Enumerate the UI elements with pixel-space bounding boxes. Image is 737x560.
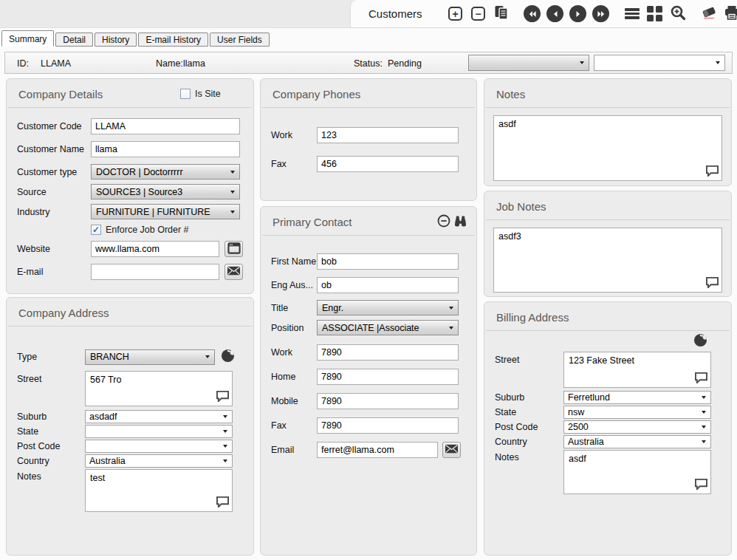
speech-bubble-icon[interactable] xyxy=(216,390,230,404)
open-website-button[interactable] xyxy=(224,241,243,257)
billing-notes-value: asdf xyxy=(569,454,586,464)
billing-suburb-combo[interactable]: Ferretlund xyxy=(563,391,711,404)
country-label: Country xyxy=(17,456,85,466)
add-record-button[interactable]: + xyxy=(447,4,465,24)
grid-view-button[interactable] xyxy=(646,4,664,24)
postcode-combo[interactable] xyxy=(85,440,233,453)
print-button[interactable] xyxy=(723,4,737,24)
map-globe-icon[interactable] xyxy=(693,333,707,349)
copy-icon xyxy=(493,4,510,23)
speech-bubble-icon[interactable] xyxy=(216,496,230,510)
contact-fax-input[interactable] xyxy=(317,417,459,434)
suburb-combo[interactable]: asdadf xyxy=(85,410,233,423)
is-site-checkbox[interactable] xyxy=(180,89,191,99)
panel-separator xyxy=(8,326,252,327)
panel-separator xyxy=(262,235,475,236)
email-input[interactable] xyxy=(91,264,219,280)
contact-work-input[interactable] xyxy=(317,344,459,361)
name-value: llama xyxy=(183,58,205,69)
send-contact-email-button[interactable] xyxy=(442,442,461,458)
last-record-icon xyxy=(592,5,609,22)
contact-mobile-label: Mobile xyxy=(271,396,317,406)
eng-aus-input[interactable] xyxy=(317,277,459,293)
remove-contact-button[interactable] xyxy=(437,214,450,230)
zoom-button[interactable] xyxy=(669,4,687,24)
industry-label: Industry xyxy=(17,207,91,217)
contact-title-dropdown[interactable]: Engr. xyxy=(317,300,459,315)
billing-state-value: nsw xyxy=(568,407,584,417)
speech-bubble-icon[interactable] xyxy=(694,372,708,386)
enforce-job-order-checkbox[interactable] xyxy=(91,225,101,235)
industry-dropdown[interactable]: FURNITURE | FURNITURE xyxy=(91,204,240,219)
email-label: E-mail xyxy=(17,267,91,277)
eng-aus-label: Eng Aus... xyxy=(271,280,317,290)
notes-value: asdf xyxy=(498,119,516,129)
billing-country-combo[interactable]: Australia xyxy=(563,435,711,448)
billing-postcode-value: 2500 xyxy=(568,422,589,432)
phone-work-label: Work xyxy=(271,130,317,140)
contact-title-label: Title xyxy=(271,303,317,313)
speech-bubble-icon[interactable] xyxy=(705,276,719,290)
billing-street-textarea[interactable]: 123 Fake Street xyxy=(563,352,711,388)
source-dropdown[interactable]: SOURCE3 | Source3 xyxy=(91,184,240,199)
contact-home-input[interactable] xyxy=(317,369,459,385)
contact-title-value: Engr. xyxy=(322,303,343,313)
billing-notes-label: Notes xyxy=(495,450,563,462)
postcode-label: Post Code xyxy=(17,441,85,451)
list-view-button[interactable] xyxy=(623,4,641,24)
first-name-input[interactable] xyxy=(317,253,459,270)
name-label: Name: xyxy=(156,58,183,69)
tab-detail[interactable]: Detail xyxy=(55,33,93,47)
notes-textarea[interactable]: asdf xyxy=(493,115,722,181)
industry-value: FURNITURE | FURNITURE xyxy=(96,207,210,217)
delete-record-button[interactable]: − xyxy=(470,4,487,24)
header-dropdown-1[interactable] xyxy=(468,55,589,71)
erase-button[interactable] xyxy=(700,4,718,24)
customer-name-input[interactable] xyxy=(91,141,240,157)
find-contact-button[interactable] xyxy=(453,215,467,229)
billing-postcode-combo[interactable]: 2500 xyxy=(563,420,711,434)
contact-home-label: Home xyxy=(271,372,317,382)
tab-email-history[interactable]: E-mail History xyxy=(138,33,208,47)
phone-work-input[interactable] xyxy=(317,127,459,143)
last-record-button[interactable] xyxy=(592,4,610,24)
street-value: 567 Tro xyxy=(90,375,121,385)
copy-record-button[interactable] xyxy=(493,4,510,24)
header-dropdown-2[interactable] xyxy=(594,55,725,71)
customer-code-input[interactable] xyxy=(91,118,240,134)
job-notes-textarea[interactable]: asdf3 xyxy=(493,228,722,293)
send-email-button[interactable] xyxy=(224,264,243,280)
address-notes-label: Notes xyxy=(17,469,85,482)
map-globe-icon[interactable] xyxy=(221,349,235,365)
phone-fax-input[interactable] xyxy=(317,156,459,172)
contact-mobile-input[interactable] xyxy=(317,393,459,409)
panel-separator xyxy=(486,107,730,108)
tab-history[interactable]: History xyxy=(95,33,137,47)
next-record-button[interactable] xyxy=(569,4,587,24)
billing-notes-textarea[interactable]: asdf xyxy=(563,450,711,494)
billing-state-combo[interactable]: nsw xyxy=(563,406,711,419)
company-address-panel: Company Address Type BRANCH Street 567 T… xyxy=(6,297,254,556)
source-value: SOURCE3 | Source3 xyxy=(96,187,182,197)
first-record-button[interactable] xyxy=(524,4,541,24)
street-textarea[interactable]: 567 Tro xyxy=(85,371,233,406)
billing-suburb-label: Suburb xyxy=(495,392,563,403)
contact-email-input[interactable] xyxy=(317,442,438,458)
job-notes-value: asdf3 xyxy=(498,231,521,242)
country-combo[interactable]: Australia xyxy=(85,454,233,468)
customer-type-dropdown[interactable]: DOCTOR | Doctorrrrr xyxy=(91,164,240,180)
tab-summary[interactable]: Summary xyxy=(1,30,54,47)
address-notes-textarea[interactable]: test xyxy=(85,469,233,512)
speech-bubble-icon[interactable] xyxy=(694,478,708,492)
website-input[interactable] xyxy=(91,241,219,257)
address-type-dropdown[interactable]: BRANCH xyxy=(85,349,215,365)
suburb-value: asdadf xyxy=(89,412,117,422)
tab-user-fields[interactable]: User Fields xyxy=(210,33,270,47)
zoom-in-icon xyxy=(670,4,686,23)
speech-bubble-icon[interactable] xyxy=(705,165,719,179)
state-combo[interactable] xyxy=(85,425,233,438)
billing-country-value: Australia xyxy=(568,437,604,447)
billing-postcode-label: Post Code xyxy=(495,422,563,432)
position-dropdown[interactable]: ASSOCIATE |Associate xyxy=(317,320,459,335)
previous-record-button[interactable] xyxy=(546,4,564,24)
